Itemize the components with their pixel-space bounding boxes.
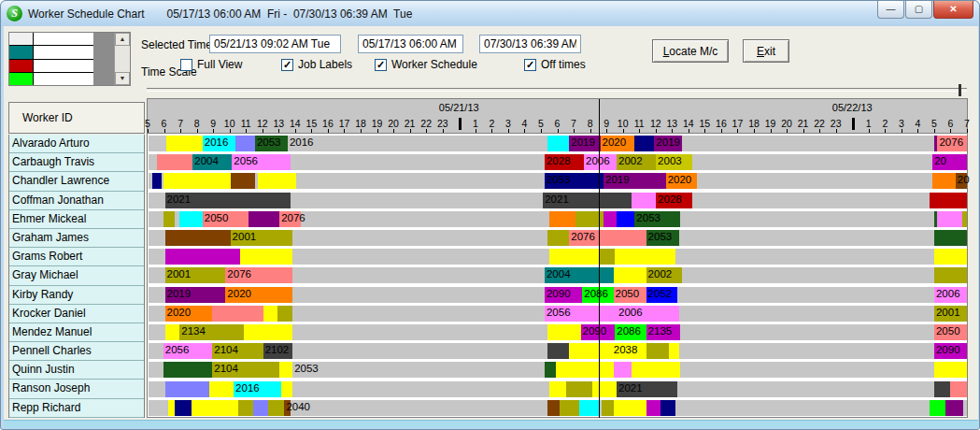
job-segment[interactable] [930,400,946,416]
job-segment[interactable]: 2090 [545,287,582,303]
checkmark-icon[interactable]: ✓ [375,59,387,71]
job-segment[interactable] [281,381,292,397]
job-segment[interactable] [231,173,255,189]
job-segment[interactable]: 2076 [225,267,292,283]
job-segment[interactable]: 2056 [232,154,291,170]
legend-color-swatch[interactable] [9,33,34,45]
job-segment[interactable] [175,400,192,416]
job-segment[interactable] [934,267,967,283]
worker-row[interactable]: Repp Richard [9,399,144,418]
job-segment[interactable] [592,381,617,397]
job-segment[interactable]: 2050 [203,211,249,227]
job-segment[interactable] [614,400,646,416]
job-segment[interactable]: 20 [932,154,967,170]
job-segment[interactable] [547,324,580,340]
job-segment[interactable] [614,267,646,283]
job-segment[interactable] [238,400,253,416]
job-segment[interactable] [165,249,241,265]
job-segment[interactable]: 2004 [545,267,614,283]
job-segment[interactable] [632,193,656,208]
legend-cell[interactable] [34,73,93,85]
job-segment[interactable]: 2135 [646,324,681,340]
titlebar[interactable]: S Worker Schedule Chart 05/17/13 06:00 A… [1,1,979,26]
checkmark-icon[interactable]: ✓ [524,59,536,71]
job-segment[interactable] [615,249,675,265]
job-segment[interactable] [263,306,278,322]
worker-row[interactable]: Coffman Jonathan [9,192,144,210]
job-segment[interactable]: 2002 [646,267,683,283]
legend-cell[interactable] [34,46,93,58]
job-segment[interactable]: 2016 [234,381,281,397]
job-segment[interactable] [166,136,203,151]
job-segment[interactable]: 2019 [604,173,666,189]
job-segment[interactable]: 2001 [165,267,226,283]
job-segment[interactable] [545,362,556,378]
range-start-input[interactable] [358,35,463,53]
job-segment[interactable] [945,400,963,416]
job-segment[interactable] [240,249,292,265]
job-segment[interactable]: 2104 [212,362,279,378]
job-segment[interactable] [258,173,295,189]
maximize-button[interactable]: ▢ [905,1,932,19]
legend-row[interactable] [9,73,93,85]
job-segment[interactable]: 2050 [614,287,646,303]
job-segment[interactable]: 2090 [581,324,616,340]
job-segment[interactable] [549,211,575,227]
job-segment[interactable]: 2020 [601,136,635,151]
worker-row[interactable]: Mendez Manuel [9,323,144,342]
job-segment[interactable]: 2053 [545,173,604,189]
job-segment[interactable] [932,173,956,189]
job-segment[interactable] [168,400,175,416]
worker-row[interactable]: Gray Michael [9,266,144,285]
minimize-button[interactable]: — [877,1,904,19]
worker-row[interactable]: Grams Robert [9,248,144,266]
job-segment[interactable] [547,343,569,359]
job-segment[interactable]: 2038 [612,343,646,359]
job-segment[interactable] [165,381,209,397]
job-segment[interactable]: 2006 [934,287,967,303]
worker-row[interactable]: Krocker Daniel [9,305,144,323]
job-segment[interactable] [268,400,285,416]
job-segment[interactable]: 2028 [656,193,692,208]
job-segment[interactable] [163,211,175,227]
job-segment[interactable] [566,381,592,397]
job-segment[interactable]: 2019 [569,136,600,151]
scroll-up-icon[interactable]: ▲ [115,33,130,46]
checkbox-worker-schedule[interactable]: ✓Worker Schedule [375,58,477,71]
job-segment[interactable] [192,400,239,416]
job-segment[interactable]: 2056 [163,343,213,359]
job-segment[interactable] [660,400,675,416]
job-segment[interactable] [547,230,569,246]
job-segment[interactable] [560,400,579,416]
job-segment[interactable]: 2006 [584,154,617,170]
job-segment[interactable] [934,249,967,265]
job-segment[interactable] [934,362,967,378]
job-segment[interactable] [937,211,961,227]
job-segment[interactable]: 2021 [165,193,291,208]
checkmark-icon[interactable]: ✓ [281,59,293,71]
worker-row[interactable]: Pennell Charles [9,342,144,361]
job-segment[interactable]: 2076 [279,211,301,227]
range-end-input[interactable] [479,35,581,53]
checkbox-off-times[interactable]: ✓Off times [524,58,586,71]
job-segment[interactable] [614,362,632,378]
job-segment[interactable] [549,249,599,265]
job-segment[interactable] [669,343,679,359]
job-segment[interactable]: 2053 [292,362,317,378]
job-segment[interactable] [163,173,231,189]
job-segment[interactable] [163,362,213,378]
job-segment[interactable]: 2004 [192,154,232,170]
job-segment[interactable]: 2053 [634,211,680,227]
job-segment[interactable] [934,381,951,397]
job-segment[interactable]: 2020 [666,173,697,189]
worker-row[interactable]: Alvarado Arturo [9,135,144,153]
job-segment[interactable] [617,211,634,227]
scroll-down-icon[interactable]: ▼ [115,72,130,85]
worker-row[interactable]: Quinn Justin [9,361,144,380]
time-scale-slider[interactable] [147,88,967,92]
job-segment[interactable]: 2002 [617,154,656,170]
job-segment[interactable]: 2021 [543,193,632,208]
job-segment[interactable] [569,343,612,359]
job-segment[interactable]: 2040 [284,400,291,416]
job-segment[interactable]: 2016 [288,136,311,151]
